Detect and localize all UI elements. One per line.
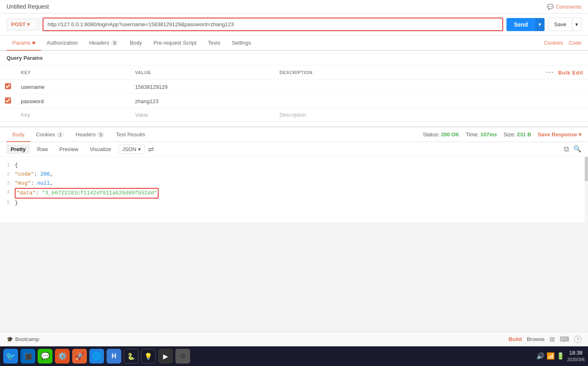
- status-value: 200 OK: [441, 131, 459, 138]
- tab-headers[interactable]: Headers 9: [84, 36, 124, 50]
- row1-key[interactable]: username: [16, 80, 130, 94]
- method-chevron-icon: ▾: [27, 21, 30, 27]
- url-input[interactable]: [43, 18, 502, 30]
- response-tabs-bar: Body Cookies 1 Headers 5 Test Results St…: [0, 127, 588, 142]
- more-options-icon[interactable]: ···: [546, 69, 554, 76]
- wrap-icon[interactable]: ⇌: [148, 145, 154, 154]
- save-button[interactable]: Save: [548, 18, 572, 31]
- params-table: KEY VALUE DESCRIPTION ··· Bulk Edit user…: [0, 66, 588, 122]
- save-response-btn[interactable]: Save Response ▾: [538, 131, 581, 138]
- response-body: 1 { 2 "code": 200, 3 "msg": null, 4 "d: [0, 157, 588, 222]
- format-select[interactable]: JSON ▾: [118, 145, 145, 154]
- row1-checkbox[interactable]: [5, 83, 11, 89]
- table-row: Key Value Description: [0, 108, 588, 122]
- url-input-wrapper: [43, 18, 503, 31]
- time-value: 107ms: [481, 131, 497, 138]
- tab-settings[interactable]: Settings: [226, 36, 257, 50]
- row2-description[interactable]: [275, 94, 420, 108]
- size-value: 231 B: [517, 131, 531, 138]
- format-bar: Pretty Raw Preview Visualize JSON ▾ ⇌ ⧉ …: [0, 142, 588, 157]
- th-description: DESCRIPTION: [275, 66, 420, 80]
- new-description-field[interactable]: Description: [275, 108, 420, 122]
- format-chevron-icon: ▾: [138, 146, 141, 152]
- copy-icon[interactable]: ⧉: [564, 145, 569, 154]
- format-label: JSON: [122, 146, 136, 152]
- code-link[interactable]: Code: [569, 40, 581, 46]
- scrollbar-track[interactable]: [585, 157, 588, 222]
- th-value: VALUE: [130, 66, 275, 80]
- scrollbar-thumb[interactable]: [585, 157, 588, 181]
- th-actions: ··· Bulk Edit: [420, 66, 588, 80]
- new-key-field[interactable]: Key: [16, 108, 130, 122]
- highlighted-data-line: "data": "3_b6722281cf1142df811a626d09fb5…: [15, 188, 159, 199]
- tab-authorization[interactable]: Authorization: [41, 36, 84, 50]
- save-dropdown-button[interactable]: ▾: [572, 18, 581, 31]
- search-icon[interactable]: 🔍: [573, 145, 581, 154]
- url-bar: POST ▾ Send ▾ Save ▾: [0, 14, 588, 36]
- table-row: username 15838129129: [0, 80, 588, 94]
- row2-key[interactable]: password: [16, 94, 130, 108]
- bulk-edit-btn[interactable]: Bulk Edit: [558, 70, 583, 76]
- resp-tab-test-results[interactable]: Test Results: [110, 127, 151, 142]
- row1-description[interactable]: [275, 80, 420, 94]
- send-button-group: Send ▾: [506, 18, 545, 31]
- fmt-tab-pretty[interactable]: Pretty: [7, 145, 30, 154]
- status-bar: Status: 200 OK Time: 107ms Size: 231 B S…: [423, 131, 581, 138]
- tab-prerequest[interactable]: Pre-request Script: [148, 36, 202, 50]
- request-tabs-bar: Params Authorization Headers 9 Body Pre-…: [0, 36, 588, 51]
- fmt-tab-visualize[interactable]: Visualize: [86, 145, 115, 154]
- resp-tab-cookies[interactable]: Cookies 1: [30, 127, 70, 142]
- code-area: 1 { 2 "code": 200, 3 "msg": null, 4 "d: [0, 157, 588, 222]
- tabs-right: Cookies Code: [544, 40, 581, 46]
- send-dropdown-button[interactable]: ▾: [535, 18, 545, 31]
- table-row: password zhang123: [0, 94, 588, 108]
- new-value-field[interactable]: Value: [130, 108, 275, 122]
- code-line-2: 2 "code": 200,: [0, 170, 588, 179]
- method-select[interactable]: POST ▾: [7, 18, 39, 30]
- send-button[interactable]: Send: [506, 18, 535, 31]
- tab-body[interactable]: Body: [124, 36, 148, 50]
- tab-params[interactable]: Params: [7, 36, 41, 50]
- row2-value[interactable]: zhang123: [130, 94, 275, 108]
- params-dot: [32, 41, 35, 44]
- comments-btn[interactable]: 💬 Comments: [547, 4, 581, 10]
- fmt-right-actions: ⧉ 🔍: [564, 145, 581, 154]
- title-bar: Untitled Request 💬 Comments: [0, 0, 588, 14]
- code-line-1: 1 {: [0, 161, 588, 170]
- tab-tests[interactable]: Tests: [202, 36, 226, 50]
- save-button-group: Save ▾: [548, 18, 581, 31]
- comments-icon: 💬: [547, 4, 554, 10]
- request-title: Untitled Request: [7, 3, 49, 10]
- fmt-tab-preview[interactable]: Preview: [55, 145, 82, 154]
- th-checkbox: [0, 66, 16, 80]
- th-key: KEY: [16, 66, 130, 80]
- resp-tab-headers[interactable]: Headers 5: [70, 127, 110, 142]
- query-params-header: Query Params: [0, 51, 588, 66]
- resp-tab-body[interactable]: Body: [7, 127, 30, 142]
- code-line-4: 4 "data": "3_b6722281cf1142df811a626d09f…: [0, 188, 588, 199]
- code-line-5: 5 }: [0, 199, 588, 208]
- row2-checkbox[interactable]: [5, 97, 11, 104]
- code-line-3: 3 "msg": null,: [0, 179, 588, 188]
- fmt-tab-raw[interactable]: Raw: [33, 145, 52, 154]
- row1-value[interactable]: 15838129129: [130, 80, 275, 94]
- cookies-link[interactable]: Cookies: [544, 40, 563, 46]
